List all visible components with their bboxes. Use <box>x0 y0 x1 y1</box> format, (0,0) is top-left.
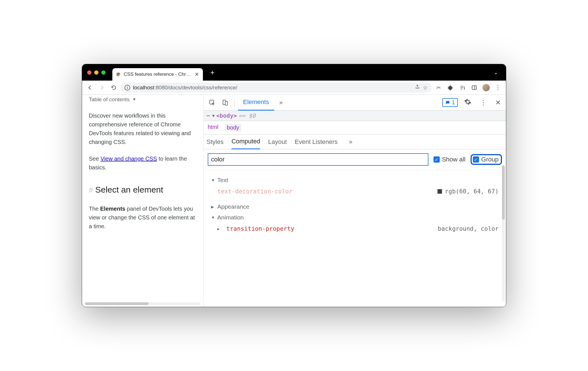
content-area: Table of contents ▼ Discover new workflo… <box>82 95 506 307</box>
group-header[interactable]: ▶ Appearance <box>211 203 499 210</box>
group-name: Appearance <box>217 203 249 210</box>
dom-tag: <body> <box>216 112 237 119</box>
issues-badge[interactable]: 1 <box>442 98 458 107</box>
tab-elements[interactable]: Elements <box>238 95 274 111</box>
browser-toolbar: i localhost:8080/docs/devtools/css/refer… <box>82 81 506 95</box>
show-all-checkbox[interactable]: ✓ Show all <box>434 156 465 163</box>
subtab-layout[interactable]: Layout <box>268 135 287 149</box>
scissors-icon[interactable]: ✂ <box>434 83 444 93</box>
chrome-favicon-icon <box>116 72 121 77</box>
url-host: localhost:8080/docs/devtools/css/referen… <box>133 85 237 91</box>
group-label: Group <box>481 156 499 163</box>
crumb-body[interactable]: body <box>225 124 241 131</box>
group-animation: ▼ Animation ▶ transition-property backgr… <box>211 214 499 237</box>
chevron-down-icon: ▼ <box>132 96 136 103</box>
toc-label: Table of contents <box>89 95 130 103</box>
checkbox-checked-icon: ✓ <box>434 156 440 163</box>
browser-tab[interactable]: CSS features reference - Chrom ✕ <box>112 68 203 81</box>
dom-selected-ref: == $0 <box>239 112 256 119</box>
color-swatch-icon[interactable] <box>437 189 442 194</box>
intro-paragraph: Discover new workflows in this comprehen… <box>89 111 197 146</box>
scrollbar-thumb[interactable] <box>502 165 505 220</box>
group-checkbox[interactable]: ✓ Group <box>473 156 499 163</box>
expand-triangle-icon[interactable]: ▼ <box>212 113 214 118</box>
divider <box>234 98 235 107</box>
settings-gear-icon[interactable] <box>462 98 474 107</box>
dom-tree-row[interactable]: ⋯ ▼ <body> == $0 <box>204 111 506 121</box>
filter-row: color ✓ Show all ✓ Group <box>204 149 506 170</box>
more-subtabs-icon[interactable]: » <box>345 138 356 146</box>
titlebar: CSS features reference - Chrom ✕ + ⌄ <box>82 64 506 81</box>
tab-dropdown-button[interactable]: ⌄ <box>489 69 503 76</box>
close-devtools-button[interactable]: ✕ <box>493 99 503 107</box>
checkbox-checked-icon: ✓ <box>473 156 479 163</box>
side-panel-icon[interactable] <box>469 83 479 93</box>
subtab-computed[interactable]: Computed <box>231 135 260 149</box>
reading-list-icon[interactable] <box>457 83 467 93</box>
dom-ellipsis: ⋯ <box>207 112 211 119</box>
triangle-down-icon: ▼ <box>211 215 215 220</box>
property-value: background, color <box>438 225 499 232</box>
back-button[interactable] <box>85 83 95 93</box>
group-name: Text <box>217 177 228 184</box>
extensions-icon[interactable] <box>445 83 456 93</box>
property-name: text-decoration-color <box>217 188 293 195</box>
browser-window: CSS features reference - Chrom ✕ + ⌄ i l… <box>82 64 506 307</box>
triangle-right-icon: ▶ <box>211 205 214 209</box>
filter-input[interactable]: color <box>208 153 428 166</box>
window-controls <box>87 70 106 75</box>
tab-title: CSS features reference - Chrom <box>124 72 192 77</box>
property-value: rgb(60, 64, 67) <box>437 188 499 195</box>
group-name: Animation <box>217 214 244 221</box>
table-of-contents-toggle[interactable]: Table of contents ▼ <box>89 95 197 103</box>
show-all-label: Show all <box>442 156 465 163</box>
address-bar[interactable]: i localhost:8080/docs/devtools/css/refer… <box>121 83 432 93</box>
bookmark-icon[interactable]: ☆ <box>423 84 428 91</box>
group-checkbox-highlight: ✓ Group <box>471 154 502 165</box>
group-header[interactable]: ▼ Text <box>211 177 499 184</box>
minimize-window-button[interactable] <box>94 70 98 75</box>
more-tabs-icon[interactable]: » <box>276 99 286 106</box>
devtools-panel: Elements » 1 ⋮ ✕ ⋯ <box>204 95 506 307</box>
property-row[interactable]: text-decoration-color rgb(60, 64, 67) <box>211 184 499 199</box>
maximize-window-button[interactable] <box>101 70 106 75</box>
close-tab-button[interactable]: ✕ <box>195 71 199 77</box>
subtab-styles[interactable]: Styles <box>207 135 224 149</box>
triangle-right-icon[interactable]: ▶ <box>217 227 220 231</box>
forward-button[interactable] <box>97 83 107 93</box>
devtools-toolbar: Elements » 1 ⋮ ✕ <box>204 95 506 111</box>
horizontal-scrollbar[interactable] <box>85 302 201 305</box>
scrollbar-thumb[interactable] <box>85 302 149 305</box>
section-heading: # Select an element <box>89 183 197 197</box>
see-paragraph: See View and change CSS to learn the bas… <box>89 154 197 172</box>
group-header[interactable]: ▼ Animation <box>211 214 499 221</box>
subtab-event-listeners[interactable]: Event Listeners <box>295 135 338 149</box>
elements-paragraph: The Elements panel of DevTools lets you … <box>89 204 197 231</box>
group-appearance: ▶ Appearance <box>211 203 499 210</box>
devtools-menu-icon[interactable]: ⋮ <box>478 99 489 107</box>
vertical-scrollbar[interactable] <box>502 165 505 301</box>
share-icon[interactable] <box>415 84 420 91</box>
group-text: ▼ Text text-decoration-color rgb(60, 64,… <box>211 177 499 199</box>
anchor-hash-icon[interactable]: # <box>89 184 93 196</box>
reload-button[interactable] <box>109 83 119 93</box>
new-tab-button[interactable]: + <box>206 68 219 77</box>
styles-subtabs: Styles Computed Layout Event Listeners » <box>204 135 506 149</box>
property-name: transition-property <box>226 225 294 232</box>
issues-count: 1 <box>452 99 455 106</box>
browser-menu-button[interactable]: ⋮ <box>493 83 503 93</box>
profile-avatar[interactable] <box>481 83 491 93</box>
page-content: Table of contents ▼ Discover new workflo… <box>82 95 204 307</box>
heading-text: Select an element <box>95 183 163 197</box>
view-change-css-link[interactable]: View and change CSS <box>100 156 157 162</box>
crumb-html[interactable]: html <box>208 124 218 131</box>
property-row[interactable]: ▶ transition-property background, color <box>211 221 499 237</box>
device-toggle-icon[interactable] <box>220 97 231 108</box>
svg-rect-0 <box>472 86 477 89</box>
filter-value: color <box>211 156 225 163</box>
breadcrumb: html body <box>204 121 506 135</box>
site-info-icon[interactable]: i <box>125 85 130 90</box>
computed-groups: ▼ Text text-decoration-color rgb(60, 64,… <box>204 170 506 242</box>
close-window-button[interactable] <box>87 70 91 75</box>
inspect-element-icon[interactable] <box>207 97 218 108</box>
